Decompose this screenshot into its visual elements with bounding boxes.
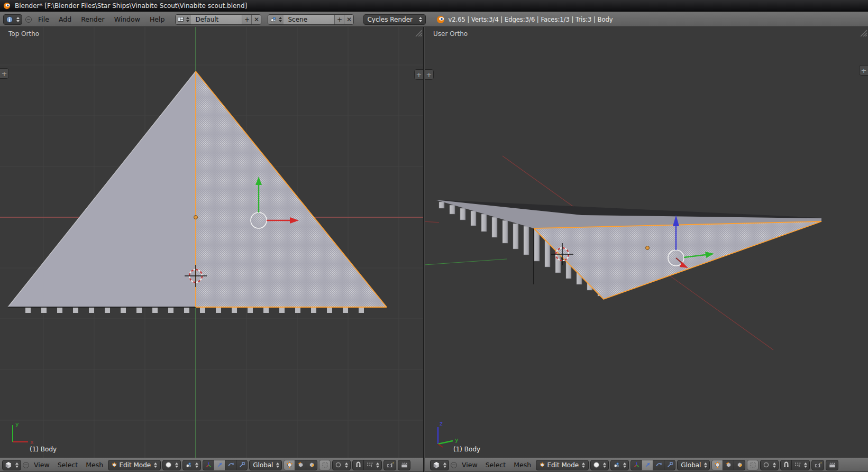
snap-controls: [780, 460, 810, 470]
3d-view-editor-icon: [5, 461, 12, 469]
mesh-object[interactable]: [8, 71, 387, 313]
manipulator-toggle-button[interactable]: [203, 460, 214, 470]
clapperboard-icon: [400, 461, 408, 469]
area-corner-widget[interactable]: [858, 28, 867, 36]
vertex-select-button[interactable]: [711, 460, 723, 470]
mode-value: Edit Mode: [547, 461, 579, 469]
render-opengl-anim-button[interactable]: [826, 460, 838, 470]
menu-file[interactable]: File: [35, 15, 52, 23]
render-opengl-button[interactable]: [811, 460, 824, 470]
vertex-select-button[interactable]: [284, 460, 295, 470]
snap-toggle-button[interactable]: [352, 460, 364, 470]
render-opengl-button[interactable]: [383, 460, 396, 470]
transform-orientation-selector[interactable]: Global: [677, 460, 710, 470]
scene-name[interactable]: Scene: [284, 15, 334, 24]
select-mode-buttons: [711, 460, 745, 470]
mesh-object[interactable]: [435, 200, 821, 299]
menu-mesh[interactable]: Mesh: [83, 461, 106, 469]
render-opengl-anim-button[interactable]: [398, 460, 410, 470]
svg-text:z: z: [440, 420, 443, 427]
add-screen-layout-button[interactable]: +: [242, 15, 251, 24]
collapse-menus-icon[interactable]: [451, 462, 457, 468]
menu-mesh[interactable]: Mesh: [510, 461, 534, 469]
rotate-icon: [227, 461, 234, 468]
scale-manipulator-button[interactable]: [236, 460, 248, 470]
screen-layout-icon: [177, 16, 184, 23]
editor-type-arrows: [16, 17, 20, 22]
edit-mode-icon: [540, 461, 545, 468]
mesh-teeth: [25, 308, 364, 313]
face-selected[interactable]: [534, 221, 821, 299]
transform-orientation-selector[interactable]: Global: [249, 460, 282, 470]
collapse-menus-icon[interactable]: [25, 16, 32, 23]
area-corner-widget[interactable]: [414, 28, 422, 36]
snap-element-selector[interactable]: [363, 460, 382, 470]
translate-icon: [216, 461, 223, 468]
menu-select[interactable]: Select: [482, 461, 509, 469]
occlude-icon: [322, 461, 328, 468]
3d-viewport-canvas-right[interactable]: z y: [425, 27, 868, 458]
translate-manipulator-button[interactable]: [214, 460, 225, 470]
snap-increment-icon: [794, 461, 801, 468]
delete-scene-button[interactable]: ✕: [344, 15, 353, 24]
toolshelf-open-tab[interactable]: +: [0, 68, 9, 79]
rotate-manipulator-button[interactable]: [225, 460, 236, 470]
add-scene-button[interactable]: +: [334, 15, 344, 24]
view-name-label: User Ortho: [433, 30, 468, 38]
window-titlebar[interactable]: Blender* [F:\Blender Files\Star Ships\Vi…: [0, 0, 868, 12]
rotate-icon: [655, 461, 662, 468]
edge-select-button[interactable]: [295, 460, 306, 470]
pivot-point-selector[interactable]: [610, 460, 629, 470]
screen-layout-browse-button[interactable]: [176, 15, 191, 24]
occlude-geometry-button[interactable]: [319, 460, 331, 470]
menu-help[interactable]: Help: [147, 15, 168, 23]
magnet-icon: [355, 461, 362, 468]
info-header: File Add Render Window Help Default + ✕: [0, 12, 868, 27]
toolshelf-open-tab[interactable]: +: [425, 69, 434, 80]
properties-open-tab[interactable]: +: [414, 69, 423, 80]
translate-manipulator-button[interactable]: [642, 460, 653, 470]
object-origin: [194, 216, 198, 219]
collapse-menus-icon[interactable]: [23, 462, 29, 468]
menu-view[interactable]: View: [459, 461, 481, 469]
menu-render[interactable]: Render: [78, 15, 108, 23]
snap-element-selector[interactable]: [791, 460, 810, 470]
menu-window[interactable]: Window: [111, 15, 143, 23]
camera-icon: [386, 461, 394, 469]
scale-manipulator-button[interactable]: [664, 460, 675, 470]
engine-arrows: [419, 17, 422, 22]
menu-select[interactable]: Select: [54, 461, 81, 469]
proportional-edit-selector[interactable]: [332, 460, 351, 470]
viewport-shading-selector[interactable]: [590, 460, 609, 470]
viewport-shading-selector[interactable]: [162, 460, 181, 470]
pivot-point-selector[interactable]: [182, 460, 201, 470]
scene-browse-button[interactable]: [268, 15, 284, 24]
editor-type-selector[interactable]: [430, 460, 449, 470]
face-mode-icon: [308, 461, 315, 468]
face-select-button[interactable]: [306, 460, 317, 470]
snap-toggle-button[interactable]: [780, 460, 792, 470]
edge-select-button[interactable]: [723, 460, 734, 470]
screen-layout-arrows: [186, 17, 189, 22]
delete-screen-layout-button[interactable]: ✕: [251, 15, 261, 24]
editor-type-selector[interactable]: [2, 460, 21, 470]
occlude-geometry-button[interactable]: [747, 460, 759, 470]
screen-layout-name[interactable]: Default: [191, 15, 242, 24]
active-object-label: (1) Body: [30, 446, 57, 453]
mode-selector[interactable]: Edit Mode: [536, 460, 589, 470]
manipulator-toggle-button[interactable]: [631, 460, 642, 470]
menu-view[interactable]: View: [31, 461, 53, 469]
face-select-button[interactable]: [734, 460, 745, 470]
render-engine-value: Cycles Render: [367, 16, 413, 23]
svg-text:x: x: [30, 439, 34, 446]
mode-selector[interactable]: Edit Mode: [108, 460, 161, 470]
3d-viewport-canvas-left[interactable]: y x: [0, 27, 423, 458]
proportional-edit-selector[interactable]: [760, 460, 779, 470]
properties-open-tab[interactable]: +: [859, 65, 868, 76]
pivot-icon: [185, 461, 192, 468]
editor-type-selector[interactable]: [3, 14, 22, 25]
render-engine-selector[interactable]: Cycles Render: [363, 14, 426, 25]
menu-add[interactable]: Add: [56, 15, 75, 23]
grid-axis-x-red-left: [425, 221, 439, 223]
rotate-manipulator-button[interactable]: [653, 460, 664, 470]
